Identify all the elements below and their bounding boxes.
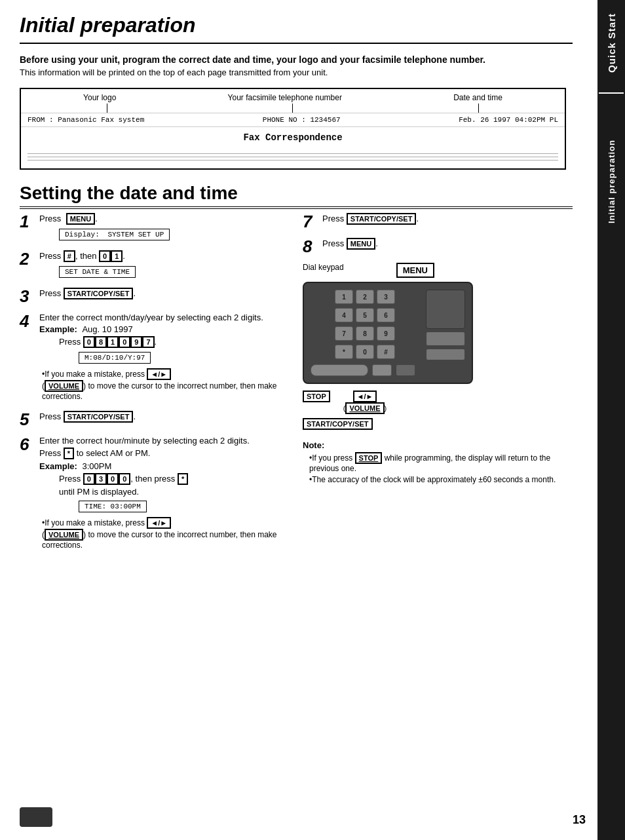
key-5: 5 xyxy=(356,308,374,322)
page-container: Quick Start Initial preparation Initial … xyxy=(0,0,625,840)
hash-key: # xyxy=(64,250,75,262)
keyboard-diagram: 1 2 3 4 5 6 7 8 9 * 0 # xyxy=(303,282,473,384)
page-number: 13 xyxy=(573,813,586,827)
step-1-text: Press MENU. xyxy=(39,213,290,225)
step-5-text: Press START/COPY/SET. xyxy=(39,411,290,423)
label-phone: Your facsimile telephone number xyxy=(228,93,342,102)
step-7-content: Press START/COPY/SET. xyxy=(322,213,573,227)
step-3-number: 3 xyxy=(20,288,33,305)
fax-phone: PHONE NO : 1234567 xyxy=(263,116,341,124)
start-copy-set-key: START/COPY/SET xyxy=(303,418,373,430)
step-6-until: until PM is displayed. xyxy=(39,487,290,497)
step-1: 1 Press MENU. Display: SYSTEM SET UP xyxy=(20,213,290,242)
fax-correspondence: Fax Correspondence xyxy=(21,127,565,148)
label-logo: Your logo xyxy=(83,93,116,102)
steps-layout: 1 Press MENU. Display: SYSTEM SET UP 2 xyxy=(20,213,573,560)
right-tab: Quick Start Initial preparation xyxy=(597,0,625,840)
stop-label-area: STOP xyxy=(303,391,330,402)
start-key-3: START/COPY/SET xyxy=(64,288,134,299)
note-section: Note: •If you press STOP while programmi… xyxy=(303,440,573,484)
intro-bold: Before using your unit, program the corr… xyxy=(20,54,573,65)
keypad-grid: 1 2 3 4 5 6 7 8 9 * 0 # xyxy=(335,290,395,360)
step-4-keys: Press 081097. xyxy=(39,336,290,348)
step-6: 6 Enter the correct hour/minute by selec… xyxy=(20,436,290,552)
keyboard-label-row: Dial keypad MENU xyxy=(303,263,573,278)
menu-key-1: MENU xyxy=(66,213,95,225)
key-1: 1 xyxy=(335,290,353,304)
fax-date: Feb. 26 1997 04:02PM PL xyxy=(459,116,558,124)
step-6-text1: Enter the correct hour/minute by selecti… xyxy=(39,436,290,446)
menu-key-8: MENU xyxy=(347,238,375,250)
step-3-text: Press START/COPY/SET. xyxy=(39,288,290,299)
step-3-content: Press START/COPY/SET. xyxy=(39,288,290,301)
step-2-content: Press #, then 01. SET DATE & TIME xyxy=(39,250,290,280)
fax-diagram: Your logo Your facsimile telephone numbe… xyxy=(20,88,566,170)
note-title: Note: xyxy=(303,440,573,450)
intro-normal: This information will be printed on the … xyxy=(20,67,573,77)
volume-bracket: (VOLUME) xyxy=(343,404,387,412)
step-4: 4 Enter the correct month/day/year by se… xyxy=(20,313,290,403)
key-0: 0 xyxy=(356,345,374,359)
key-8: 8 xyxy=(356,326,374,341)
key-2: 2 xyxy=(356,290,374,304)
step-6-bullet: •If you make a mistake, press ◄/► (VOLUM… xyxy=(39,517,290,550)
note-bullet-1: •If you press STOP while programming, th… xyxy=(309,452,573,473)
step-5: 5 Press START/COPY/SET. xyxy=(20,411,290,428)
step-1-content: Press MENU. Display: SYSTEM SET UP xyxy=(39,213,290,242)
key-star: * xyxy=(335,345,353,359)
key-9: 9 xyxy=(377,326,395,341)
footer-icon xyxy=(20,807,52,827)
step-4-text: Enter the correct month/day/year by sele… xyxy=(39,313,290,322)
step-1-number: 1 xyxy=(20,213,33,230)
step-2-text: Press #, then 01. xyxy=(39,250,290,262)
step-8-content: Press MENU. xyxy=(322,238,573,252)
page-title: Initial preparation xyxy=(20,13,605,37)
fax-header-bar: FROM : Panasonic Fax system PHONE NO : 1… xyxy=(21,113,565,127)
stop-key-note: STOP xyxy=(355,452,383,464)
step-7-number: 7 xyxy=(303,213,316,230)
step-6-text2: Press * to select AM or PM. xyxy=(39,448,290,459)
steps-left: 1 Press MENU. Display: SYSTEM SET UP 2 xyxy=(20,213,290,560)
step-6-content: Enter the correct hour/minute by selecti… xyxy=(39,436,290,552)
start-key-7: START/COPY/SET xyxy=(347,213,417,225)
volume-key-diagram: ◄/► xyxy=(353,391,377,402)
fax-lines xyxy=(21,148,565,168)
start-key-diagram-label: START/COPY/SET xyxy=(303,418,573,430)
step-8-number: 8 xyxy=(303,238,316,255)
step-8-text: Press MENU. xyxy=(322,238,573,250)
step-7: 7 Press START/COPY/SET. xyxy=(303,213,573,230)
volume-key-6: VOLUME xyxy=(45,529,83,541)
key-4: 4 xyxy=(335,308,353,322)
step-3: 3 Press START/COPY/SET. xyxy=(20,288,290,305)
step-8: 8 Press MENU. xyxy=(303,238,573,255)
key-6: 6 xyxy=(377,308,395,322)
step-6-keys: Press 0300, then press * xyxy=(39,473,290,485)
step-1-display: Display: SYSTEM SET UP xyxy=(59,229,170,240)
step-6-display: TIME: 03:00PM xyxy=(79,501,147,512)
steps-right: 7 Press START/COPY/SET. 8 Press MENU. xyxy=(303,213,573,560)
start-key-5: START/COPY/SET xyxy=(64,411,134,423)
keyboard-area: Dial keypad MENU 1 2 3 xyxy=(303,263,573,484)
key-3: 3 xyxy=(377,290,395,304)
label-datetime: Date and time xyxy=(453,93,502,102)
key-7: 7 xyxy=(335,326,353,341)
fax-diagram-labels: Your logo Your facsimile telephone numbe… xyxy=(21,89,565,104)
step-4-example: Example: Aug. 10 1997 xyxy=(39,324,290,334)
step-4-content: Enter the correct month/day/year by sele… xyxy=(39,313,290,403)
key-hash: # xyxy=(377,345,395,359)
title-underline xyxy=(20,43,573,44)
step-5-number: 5 xyxy=(20,411,33,428)
volume-label-area: ◄/► (VOLUME) xyxy=(343,391,387,414)
step-7-text: Press START/COPY/SET. xyxy=(322,213,573,225)
note-bullet-2: •The accuracy of the clock will be appro… xyxy=(309,475,573,484)
tab-divider xyxy=(599,92,624,94)
section-title: Setting the date and time xyxy=(20,183,573,209)
initial-prep-tab: Initial preparation xyxy=(607,126,616,237)
step-2-number: 2 xyxy=(20,250,33,267)
step-2: 2 Press #, then 01. SET DATE & TIME xyxy=(20,250,290,280)
step-4-bullet: •If you make a mistake, press ◄/► (VOLUM… xyxy=(39,368,290,401)
step-6-example: Example: 3:00PM xyxy=(39,461,290,471)
menu-key-diagram-label: MENU xyxy=(396,263,434,278)
step-6-number: 6 xyxy=(20,436,33,453)
stop-key: STOP xyxy=(303,391,330,402)
